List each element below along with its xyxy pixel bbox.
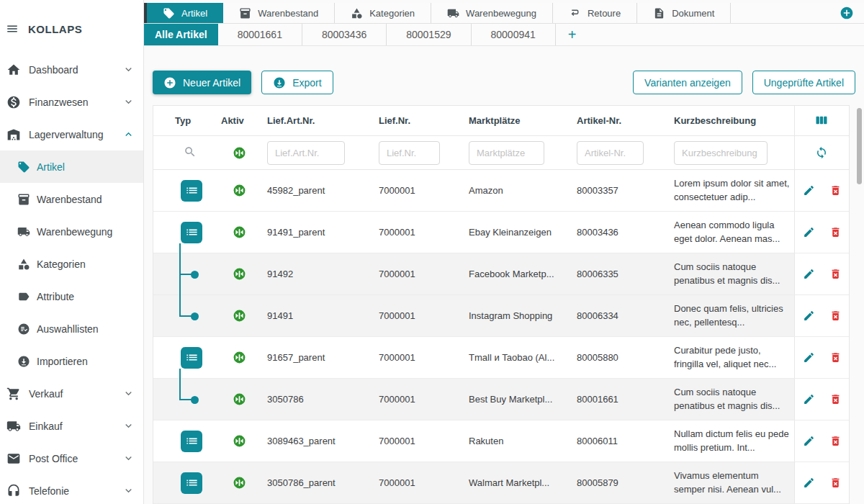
marktplaetze-cell: Walmart Marketpl...: [457, 462, 565, 503]
refresh-button[interactable]: [814, 145, 830, 161]
sidebar-item-finanzwesen[interactable]: Finanzwesen: [0, 86, 143, 118]
filter-artikel-nr-input[interactable]: [577, 141, 644, 165]
delete-button[interactable]: [828, 433, 843, 449]
delete-button[interactable]: [828, 225, 843, 240]
article-tab-80003436[interactable]: 80003436: [302, 24, 387, 45]
sidebar-item-dashboard[interactable]: Dashboard: [0, 53, 143, 86]
typ-cell: [153, 295, 210, 336]
delete-button[interactable]: [828, 266, 843, 282]
tab-dokument[interactable]: Dokument: [637, 3, 731, 23]
sidebar-item-warenbestand[interactable]: Warenbestand: [0, 183, 143, 215]
artikel-nr-cell: 80006335: [565, 253, 662, 294]
sidebar-item-lagerverwaltung[interactable]: Lagerverwaltung: [0, 118, 143, 150]
edit-button[interactable]: [801, 350, 816, 365]
article-tab-80000941[interactable]: 80000941: [472, 24, 556, 45]
tab-warenbestand[interactable]: Warenbestand: [223, 3, 335, 23]
sidebar-item-einkauf[interactable]: Einkauf: [0, 410, 143, 442]
tag-icon: [163, 7, 175, 19]
article-tab-80001661[interactable]: 80001661: [218, 24, 302, 45]
column-settings-button[interactable]: [814, 112, 831, 130]
sidebar-item-importieren[interactable]: Importieren: [0, 345, 143, 377]
refresh-icon: [815, 146, 828, 159]
sidebar-item-attribute[interactable]: Attribute: [0, 280, 143, 312]
table-row[interactable]: 30507867000001Best Buy Marketpl...800016…: [153, 379, 849, 420]
table-row[interactable]: 3089463_parent7000001Rakuten80006011Null…: [153, 420, 849, 462]
table-row[interactable]: 3050786_parent7000001Walmart Marketpl...…: [153, 462, 849, 504]
table-row[interactable]: 91657_parent7000001Tmall и Taobao (Al...…: [153, 337, 849, 379]
edit-button[interactable]: [801, 475, 816, 490]
table-filter-row: [153, 136, 849, 170]
show-variants-button[interactable]: Varianten anzeigen: [633, 71, 742, 94]
unchecked-articles-label: Ungeprüfte Artikel: [764, 77, 844, 89]
edit-button[interactable]: [801, 183, 816, 198]
edit-button[interactable]: [801, 433, 816, 449]
filter-marktplaetze-input[interactable]: [469, 141, 544, 165]
delete-button[interactable]: [828, 475, 843, 490]
tab-artikel[interactable]: Artikel: [147, 3, 223, 23]
article-parent-badge[interactable]: [181, 222, 202, 243]
lief-nr-cell: 7000001: [367, 295, 457, 336]
table-row[interactable]: 91491_parent7000001Ebay Kleinanzeigen800…: [153, 212, 849, 253]
table-row[interactable]: 914927000001Facebook Marketp...80006335C…: [153, 253, 849, 295]
headset-icon: [6, 484, 21, 498]
filter-lief-art-nr-input[interactable]: [267, 141, 345, 165]
filter-lief-nr-input[interactable]: [379, 141, 440, 165]
add-module-button[interactable]: [840, 3, 854, 23]
scrollbar-thumb[interactable]: [857, 108, 862, 184]
delete-button[interactable]: [828, 183, 843, 198]
delete-button[interactable]: [828, 350, 843, 365]
sidebar-item-label: Finanzwesen: [29, 96, 89, 108]
aktiv-cell: [210, 420, 256, 462]
typ-cell: [153, 420, 210, 462]
column-header-marktplaetze: Marktplätze: [457, 106, 565, 135]
table-row[interactable]: 914917000001Instagram Shopping80006334Do…: [153, 295, 849, 337]
article-tab-alle-artikel[interactable]: Alle Artikel: [144, 24, 218, 45]
add-article-tab-button[interactable]: +: [556, 24, 589, 45]
aktiv-cell: [210, 379, 256, 420]
edit-button[interactable]: [801, 392, 816, 407]
edit-button[interactable]: [801, 266, 816, 282]
sidebar-item-verkauf[interactable]: Verkauf: [0, 377, 143, 410]
tab-warenbewegung[interactable]: Warenbewegung: [431, 3, 553, 23]
tab-kategorien[interactable]: Kategorien: [335, 3, 431, 23]
article-parent-badge[interactable]: [181, 347, 202, 369]
new-article-button[interactable]: Neuer Artikel: [153, 71, 251, 94]
truck-icon: [6, 419, 21, 433]
article-parent-badge[interactable]: [181, 431, 202, 452]
sidebar-item-label: Dashboard: [29, 64, 78, 76]
table-row[interactable]: 45982_parent7000001Amazon80003357Lorem i…: [153, 170, 849, 212]
add-article-tab-label: +: [568, 27, 577, 43]
delete-button[interactable]: [828, 392, 843, 407]
sidebar-item-warenbewegung[interactable]: Warenbewegung: [0, 215, 143, 248]
active-status-icon[interactable]: [233, 146, 246, 160]
tree-node-dot: [191, 396, 199, 404]
unchecked-articles-button[interactable]: Ungeprüfte Artikel: [752, 71, 855, 94]
column-header-aktiv: Aktiv: [210, 106, 256, 135]
article-parent-badge[interactable]: [181, 180, 202, 202]
row-actions: [794, 170, 849, 211]
filter-kurzbeschreibung-input[interactable]: [674, 141, 768, 165]
article-tab-label: 80003436: [322, 29, 366, 40]
tab-retoure[interactable]: Retoure: [553, 3, 637, 23]
sidebar-item-artikel[interactable]: Artikel: [0, 150, 143, 183]
lief-art-nr-cell: 91492: [256, 253, 367, 294]
sidebar-item-label: Lagerverwaltung: [29, 129, 104, 140]
tree-line-down: [179, 243, 181, 253]
sidebar-item-auswahllisten[interactable]: Auswahllisten: [0, 312, 143, 345]
row-actions: [794, 295, 849, 336]
edit-button[interactable]: [801, 225, 816, 240]
sidebar-item-telefonie[interactable]: Telefonie: [0, 474, 143, 504]
article-tab-80001529[interactable]: 80001529: [387, 24, 471, 45]
edit-button[interactable]: [801, 308, 816, 323]
delete-icon: [829, 477, 842, 489]
typ-cell: [153, 462, 210, 503]
typ-cell: [153, 170, 210, 211]
lief-art-nr-cell: 3050786: [256, 379, 367, 420]
active-status-icon: [233, 476, 246, 490]
sidebar-item-post-office[interactable]: Post Office: [0, 442, 143, 474]
export-button[interactable]: Export: [261, 71, 333, 94]
delete-button[interactable]: [828, 308, 843, 323]
sidebar-item-kategorien[interactable]: Kategorien: [0, 248, 143, 280]
menu-toggle[interactable]: [6, 22, 19, 35]
article-parent-badge[interactable]: [181, 472, 202, 494]
